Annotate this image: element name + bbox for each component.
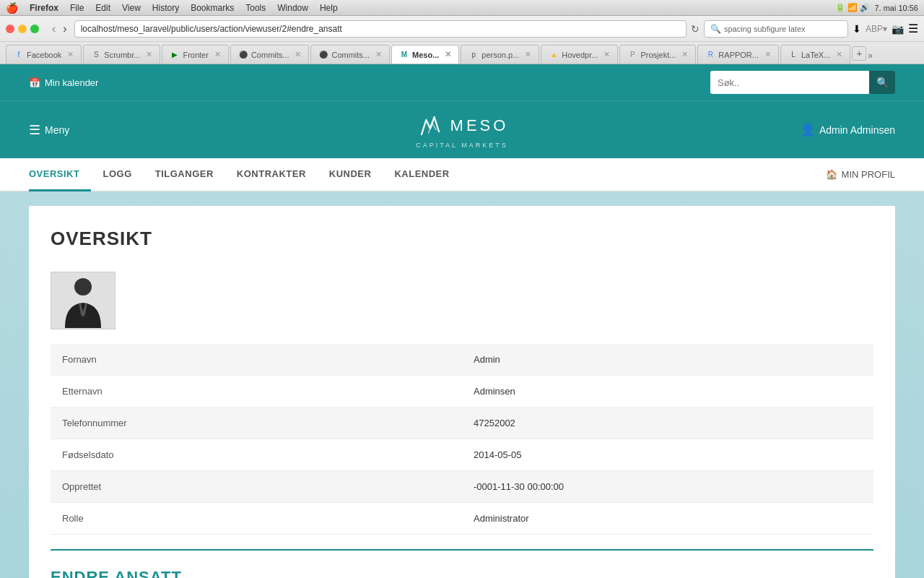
tab-close-scrumbr[interactable]: ✕ — [146, 50, 152, 59]
reload-button[interactable]: ↻ — [691, 23, 699, 35]
tab-close-rapport[interactable]: ✕ — [764, 50, 771, 59]
tab-meso[interactable]: M Meso... ✕ — [391, 45, 459, 64]
nav-tab-oversikt[interactable]: OVERSIKT — [29, 158, 91, 191]
app-container: 📅 Min kalender 🔍 ☰ Meny MESO CAPIT — [0, 64, 924, 578]
label-etternavn: Etternavn — [51, 376, 462, 407]
nav-tab-kunder[interactable]: KUNDER — [318, 158, 383, 191]
brand-header: ☰ Meny MESO CAPITAL MARKETS 👤 Admin Admi… — [0, 100, 924, 158]
user-menu[interactable]: 👤 Admin Adminsen — [801, 123, 895, 137]
tab-rapport[interactable]: R RAPPOR... ✕ — [697, 45, 779, 64]
nav-tabs: OVERSIKT LOGG TILGANGER KONTRAKTER KUNDE… — [0, 158, 924, 191]
view-menu[interactable]: View — [116, 3, 147, 13]
tab-close-prosjekt[interactable]: ✕ — [681, 50, 688, 59]
profile-avatar — [51, 272, 116, 329]
endre-ansatt-section: ENDRE ANSATT — [51, 549, 873, 578]
tab-close-commits2[interactable]: ✕ — [375, 50, 382, 59]
info-row-opprettet: Opprettet -0001-11-30 00:00:00 — [51, 471, 873, 503]
nav-tab-kontrakter[interactable]: KONTRAKTER — [225, 158, 318, 191]
tab-person[interactable]: p person.p... ✕ — [461, 45, 539, 64]
tab-label: Facebook — [27, 51, 61, 59]
hamburger-button[interactable]: ☰ — [908, 22, 918, 35]
history-menu[interactable]: History — [147, 3, 185, 13]
browser-chrome: ‹ › localhost/meso_laravel/public/users/… — [0, 16, 924, 64]
maximize-button[interactable] — [30, 25, 39, 33]
menu-extras: 🔋 📶 🔊 — [835, 3, 870, 12]
tab-label: Fronter — [183, 51, 208, 59]
tab-scrumbr[interactable]: S Scrumbr... ✕ — [83, 45, 160, 64]
tab-overflow-button[interactable]: » — [868, 51, 873, 61]
menu-label: Meny — [45, 124, 69, 136]
nav-arrows: ‹ › — [49, 21, 70, 37]
tab-fronter[interactable]: ▶ Fronter ✕ — [162, 45, 228, 64]
tools-menu[interactable]: Tools — [240, 3, 271, 13]
min-profil-link[interactable]: 🏠 MIN PROFIL — [826, 169, 895, 180]
info-row-fornavn: Fornavn Admin — [51, 344, 873, 376]
forward-button[interactable]: › — [60, 21, 69, 37]
app-search-button[interactable]: 🔍 — [869, 71, 895, 94]
value-fodselsdato: 2014-05-05 — [462, 439, 873, 470]
top-header: 📅 Min kalender 🔍 — [0, 64, 924, 100]
tab-commits2[interactable]: ⚫ Commits... ✕ — [310, 45, 390, 64]
tab-close-latex[interactable]: ✕ — [836, 50, 842, 59]
window-buttons — [6, 25, 39, 33]
edit-menu[interactable]: Edit — [90, 3, 116, 13]
tab-close-meso[interactable]: ✕ — [445, 50, 451, 59]
fronter-favicon: ▶ — [170, 50, 180, 60]
tab-hovedpr[interactable]: ▲ Hovedpr... ✕ — [541, 45, 618, 64]
calendar-label: Min kalender — [45, 77, 98, 88]
file-menu[interactable]: File — [64, 3, 90, 13]
tab-commits1[interactable]: ⚫ Commits... ✕ — [230, 45, 310, 64]
mac-titlebar: 🍎 Firefox File Edit View History Bookmar… — [0, 0, 924, 16]
nav-tab-tilganger[interactable]: TILGANGER — [144, 158, 225, 191]
search-container: 🔍 — [710, 71, 895, 94]
value-rolle: Administrator — [462, 503, 873, 534]
info-table: Fornavn Admin Etternavn Adminsen Telefon… — [51, 344, 873, 535]
back-button[interactable]: ‹ — [49, 21, 58, 37]
nav-tab-logg[interactable]: LOGG — [91, 158, 143, 191]
endre-ansatt-title[interactable]: ENDRE ANSATT — [51, 568, 873, 578]
label-opprettet: Opprettet — [51, 471, 462, 502]
nav-tab-kalender[interactable]: KALENDER — [383, 158, 461, 191]
tab-close-hovedpr[interactable]: ✕ — [603, 50, 610, 59]
tab-close-person[interactable]: ✕ — [525, 50, 531, 59]
tab-close-commits1[interactable]: ✕ — [295, 50, 301, 59]
page-title: OVERSIKT — [51, 228, 873, 250]
meso-logo-svg — [416, 111, 445, 140]
app-search-input[interactable] — [710, 71, 869, 94]
gdrive-favicon: ▲ — [549, 50, 559, 60]
download-button[interactable]: ⬇ — [853, 23, 861, 35]
address-bar[interactable]: localhost/meso_laravel/public/users/acti… — [74, 20, 687, 38]
search-icon: 🔍 — [876, 77, 889, 88]
new-tab-button[interactable]: + — [852, 46, 866, 61]
tab-facebook[interactable]: f Facebook ✕ — [6, 45, 82, 64]
avatar-silhouette — [58, 274, 108, 328]
tab-prosjekt[interactable]: P Prosjekt... ✕ — [619, 45, 696, 64]
close-button[interactable] — [6, 25, 14, 33]
label-telefon: Telefonnummer — [51, 407, 462, 439]
tab-close-facebook[interactable]: ✕ — [67, 50, 74, 59]
latex-favicon: L — [788, 50, 798, 60]
info-row-etternavn: Etternavn Adminsen — [51, 376, 873, 407]
calendar-link[interactable]: 📅 Min kalender — [29, 77, 98, 88]
browser-search[interactable]: 🔍 spacing subfigure latex — [704, 20, 848, 38]
menu-button[interactable]: ☰ Meny — [29, 122, 69, 138]
tab-label: Commits... — [251, 51, 289, 59]
mac-menu: 🍎 Firefox File Edit View History Bookmar… — [6, 2, 344, 14]
help-menu[interactable]: Help — [314, 3, 344, 13]
minimize-button[interactable] — [18, 25, 27, 33]
addon-button[interactable]: ABP▾ — [866, 24, 887, 34]
url-text: localhost/meso_laravel/public/users/acti… — [81, 24, 342, 34]
firefox-menu[interactable]: Firefox — [24, 3, 64, 13]
apple-menu[interactable]: 🍎 — [6, 2, 18, 14]
tab-close-fronter[interactable]: ✕ — [214, 50, 221, 59]
screenshot-button[interactable]: 📷 — [892, 23, 904, 35]
window-menu[interactable]: Window — [271, 3, 314, 13]
user-name: Admin Adminsen — [819, 124, 895, 136]
main-content: OVERSIKT Fornavn Admin Etternavn A — [29, 206, 895, 578]
bookmarks-menu[interactable]: Bookmarks — [185, 3, 240, 13]
tab-label: Commits... — [331, 51, 370, 59]
person-favicon: p — [468, 50, 479, 60]
tab-latex[interactable]: L LaTeX... ✕ — [780, 45, 850, 64]
github-favicon2: ⚫ — [318, 50, 328, 60]
info-row-rolle: Rolle Administrator — [51, 503, 873, 535]
